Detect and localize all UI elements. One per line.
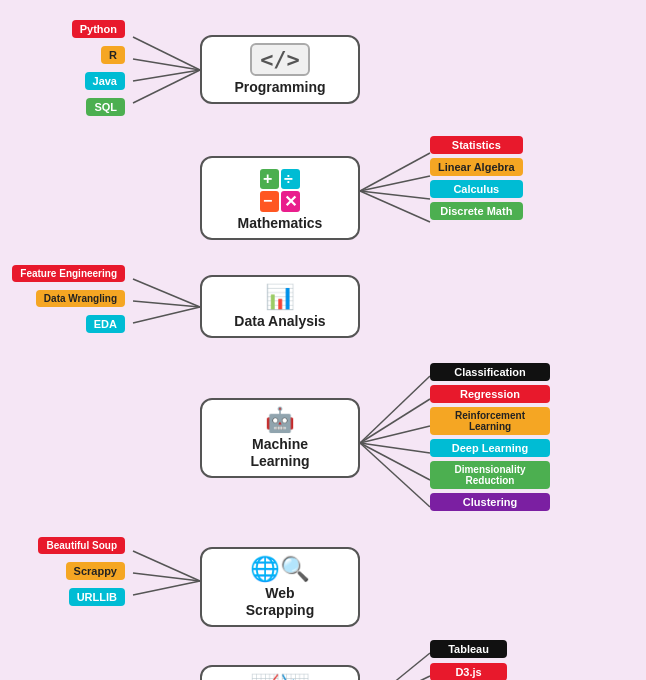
data-analysis-center: 📊 Data Analysis [200,275,360,338]
mind-map-diagram: Python R Java SQL </> Programming + ÷ − [0,0,646,680]
svg-line-12 [360,399,430,443]
svg-line-11 [360,376,430,443]
machine-learning-right-tags: Classification Regression Reinforcement … [430,363,550,511]
machine-learning-icon: 🤖 [265,406,295,434]
tag-d3js: D3.js [430,663,507,680]
svg-line-16 [360,443,430,507]
svg-line-2 [133,70,200,81]
tag-deep-learning: Deep Learning [430,439,550,457]
tag-python: Python [72,20,125,38]
web-scrapping-icon: 🌐🔍 [250,555,310,583]
tag-urllib: URLLIB [69,588,125,606]
tag-scrappy: Scrappy [66,562,125,580]
data-analysis-label: Data Analysis [234,313,325,330]
data-analysis-left-tags: Feature Engineering Data Wrangling EDA [0,265,130,333]
svg-line-20 [360,653,430,680]
tag-data-wrangling: Data Wrangling [36,290,125,307]
machine-learning-row: 🤖 MachineLearning Classification Regress… [0,363,646,523]
svg-line-15 [360,443,430,480]
web-scrapping-center: 🌐🔍 WebScrapping [200,547,360,627]
programming-left-tags: Python R Java SQL [0,20,130,116]
svg-line-1 [133,59,200,70]
tag-discrete-math: Discrete Math [430,202,523,220]
tag-sql: SQL [86,98,125,116]
visualization-right-tags: Tableau D3.js Scatter Plot Power BI Ggpl… [430,640,507,680]
svg-line-6 [360,191,430,199]
svg-line-21 [360,676,430,680]
svg-line-19 [133,581,200,595]
svg-line-14 [360,443,430,453]
tag-eda: EDA [86,315,125,333]
svg-line-13 [360,426,430,443]
data-analysis-row: Feature Engineering Data Wrangling EDA 📊… [0,257,646,357]
svg-line-7 [360,191,430,222]
machine-learning-center: 🤖 MachineLearning [200,398,360,478]
mathematics-center: + ÷ − ✕ Mathematics [200,156,360,240]
tag-calculus: Calculus [430,180,523,198]
tag-tableau: Tableau [430,640,507,658]
tag-java: Java [85,72,125,90]
tag-beautiful-soup: Beautiful Soup [38,537,125,554]
svg-line-5 [360,176,430,191]
programming-label: Programming [234,79,325,96]
svg-line-10 [133,307,200,323]
tag-linear-algebra: Linear Algebra [430,158,523,176]
machine-learning-label: MachineLearning [250,436,309,470]
tag-dimensionality-reduction: Dimensionality Reduction [430,461,550,489]
svg-line-17 [133,551,200,581]
web-scrapping-label: WebScrapping [246,585,314,619]
tag-clustering: Clustering [430,493,550,511]
svg-line-4 [360,153,430,191]
data-analysis-icon: 📊 [265,283,295,311]
svg-line-0 [133,37,200,70]
svg-line-3 [133,70,200,103]
visualization-center: 📈📉 Visualization [200,665,360,680]
programming-row: Python R Java SQL </> Programming [0,15,646,125]
visualization-row: 📈📉 Visualization Tableau D3.js Scatter P… [0,640,646,680]
svg-line-9 [133,301,200,307]
tag-classification: Classification [430,363,550,381]
programming-center: </> Programming [200,35,360,104]
mathematics-row: + ÷ − ✕ Mathematics Statistics Linear Al… [0,131,646,251]
svg-line-8 [133,279,200,307]
tag-feature-engineering: Feature Engineering [12,265,125,282]
programming-icon: </> [250,43,310,76]
mathematics-label: Mathematics [238,215,323,232]
visualization-icon: 📈📉 [250,673,310,680]
tag-regression: Regression [430,385,550,403]
web-scrapping-row: Beautiful Soup Scrappy URLLIB 🌐🔍 WebScra… [0,529,646,634]
svg-line-18 [133,573,200,581]
tag-statistics: Statistics [430,136,523,154]
mathematics-icon: + ÷ − ✕ [260,164,300,212]
mathematics-right-tags: Statistics Linear Algebra Calculus Discr… [430,136,523,220]
tag-r: R [101,46,125,64]
tag-reinforcement-learning: Reinforcement Learning [430,407,550,435]
web-scrapping-left-tags: Beautiful Soup Scrappy URLLIB [0,537,130,606]
